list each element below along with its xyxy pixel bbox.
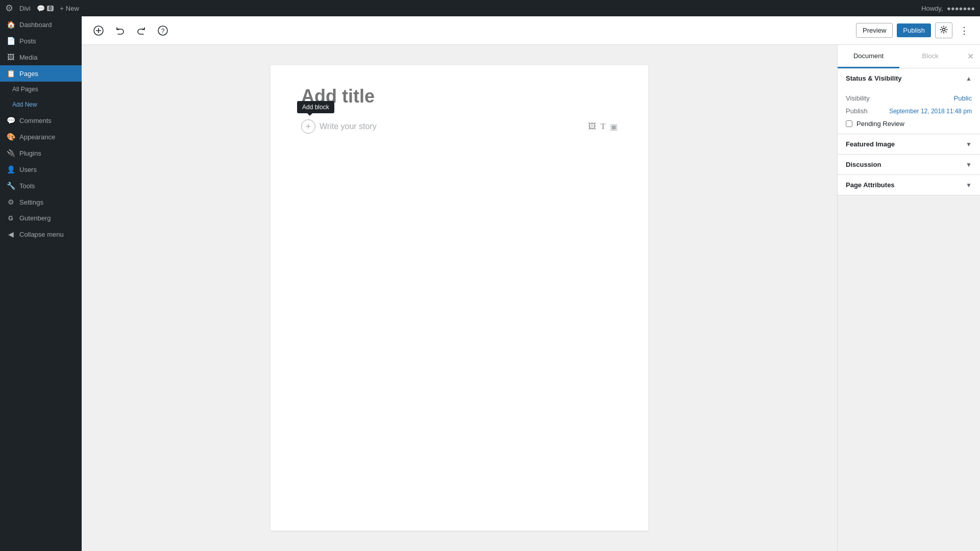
admin-bar: ⚙ Divi 💬 0 + New Howdy, ●●●●●●● — [0, 0, 980, 16]
chevron-down-icon-3: ▼ — [966, 182, 972, 189]
add-block-tooltip: Add block — [297, 101, 334, 113]
adminbar-comments[interactable]: 💬 0 — [37, 5, 54, 12]
help-button[interactable]: ? — [154, 22, 172, 39]
tab-block[interactable]: Block — [899, 45, 961, 68]
right-sidebar: Document Block ✕ Status & Visibility ▲ V… — [837, 45, 980, 551]
chevron-down-icon-2: ▼ — [966, 161, 972, 168]
visibility-value[interactable]: Public — [954, 94, 972, 102]
posts-icon: 📄 — [6, 37, 15, 45]
image-tool-icon[interactable]: 🖼 — [588, 122, 596, 132]
undo-button[interactable] — [111, 22, 129, 39]
editor-content-block: Add block + Write your story 🖼 T ▣ — [271, 65, 648, 531]
panel-discussion: Discussion ▼ — [838, 155, 980, 175]
chevron-down-icon: ▼ — [966, 141, 972, 148]
sidebar-item-all-pages[interactable]: All Pages — [0, 82, 82, 97]
add-block-inline-button[interactable]: + — [301, 119, 315, 134]
sidebar-item-pages[interactable]: 📋 Pages — [0, 65, 82, 82]
plus-icon: + — [60, 5, 64, 12]
sidebar-item-appearance[interactable]: 🎨 Appearance — [0, 129, 82, 145]
gutenberg-icon: G — [6, 215, 15, 222]
sidebar-close-button[interactable]: ✕ — [961, 47, 980, 65]
publish-row: Publish September 12, 2018 11:48 pm — [846, 107, 972, 115]
comments-icon: 💬 — [6, 116, 15, 124]
settings-button[interactable] — [935, 22, 952, 38]
panel-page-attributes-header[interactable]: Page Attributes ▼ — [838, 175, 980, 195]
svg-point-5 — [943, 29, 945, 31]
sidebar-item-plugins[interactable]: 🔌 Plugins — [0, 145, 82, 161]
chevron-up-icon: ▲ — [966, 75, 972, 82]
svg-text:?: ? — [161, 28, 165, 35]
plus-icon: + — [306, 121, 311, 132]
add-block-row: Add block + Write your story 🖼 T ▣ — [301, 119, 618, 134]
pending-review-checkbox[interactable] — [846, 120, 852, 127]
publish-button[interactable]: Publish — [897, 23, 931, 37]
redo-icon — [136, 26, 146, 36]
sidebar-item-collapse[interactable]: ◀ Collapse menu — [0, 226, 82, 242]
panel-status-visibility-header[interactable]: Status & Visibility ▲ — [838, 68, 980, 88]
panel-page-attributes: Page Attributes ▼ — [838, 175, 980, 195]
panel-featured-image: Featured Image ▼ — [838, 134, 980, 155]
embed-tool-icon[interactable]: ▣ — [610, 122, 618, 132]
collapse-icon: ◀ — [6, 230, 15, 238]
wp-logo-icon[interactable]: ⚙ — [5, 3, 13, 14]
pages-icon: 📋 — [6, 69, 15, 78]
sidebar-item-posts[interactable]: 📄 Posts — [0, 33, 82, 49]
plus-circle-icon — [93, 26, 104, 36]
pending-review-label: Pending Review — [856, 120, 904, 128]
visibility-row: Visibility Public — [846, 94, 972, 102]
text-tool-icon[interactable]: T — [600, 122, 606, 132]
media-icon: 🖼 — [6, 53, 15, 61]
appearance-icon: 🎨 — [6, 133, 15, 141]
help-icon: ? — [158, 26, 168, 36]
writing-area: Add block + Write your story 🖼 T ▣ — [82, 45, 837, 551]
editor-toolbar: ? Preview Publish ⋮ — [82, 16, 980, 45]
sidebar-item-tools[interactable]: 🔧 Tools — [0, 178, 82, 194]
panel-status-visibility: Status & Visibility ▲ Visibility Public … — [838, 68, 980, 134]
add-block-button[interactable] — [90, 22, 107, 39]
redo-button[interactable] — [133, 22, 150, 39]
adminbar-howdy: Howdy, ●●●●●●● — [921, 5, 975, 12]
undo-icon — [115, 26, 125, 36]
sidebar-item-settings[interactable]: ⚙ Settings — [0, 194, 82, 210]
dashboard-icon: 🏠 — [6, 20, 15, 29]
sidebar-tabs: Document Block ✕ — [838, 45, 980, 68]
comment-bubble-icon: 💬 — [37, 5, 45, 12]
sidebar-item-add-new[interactable]: Add New — [0, 97, 82, 112]
story-placeholder-text[interactable]: Write your story — [320, 120, 584, 133]
block-tools: 🖼 T ▣ — [588, 122, 618, 132]
post-title-input[interactable] — [301, 86, 618, 107]
more-options-button[interactable]: ⋮ — [957, 23, 972, 38]
panel-discussion-header[interactable]: Discussion ▼ — [838, 155, 980, 174]
sidebar-item-media[interactable]: 🖼 Media — [0, 49, 82, 65]
preview-button[interactable]: Preview — [856, 23, 893, 38]
admin-sidebar: 🏠 Dashboard 📄 Posts 🖼 Media 📋 Pages All … — [0, 16, 82, 551]
publish-date-value[interactable]: September 12, 2018 11:48 pm — [889, 108, 972, 115]
sidebar-item-comments[interactable]: 💬 Comments — [0, 112, 82, 129]
pending-review-row: Pending Review — [846, 120, 972, 128]
sidebar-item-gutenberg[interactable]: G Gutenberg — [0, 210, 82, 226]
sidebar-item-users[interactable]: 👤 Users — [0, 161, 82, 178]
settings-icon: ⚙ — [6, 198, 15, 206]
users-icon: 👤 — [6, 165, 15, 173]
tools-icon: 🔧 — [6, 182, 15, 190]
panel-status-visibility-content: Visibility Public Publish September 12, … — [838, 88, 980, 134]
adminbar-new[interactable]: + New — [60, 5, 79, 12]
sidebar-footer — [838, 195, 980, 551]
panel-featured-image-header[interactable]: Featured Image ▼ — [838, 134, 980, 154]
tab-document[interactable]: Document — [838, 45, 899, 68]
gear-icon — [940, 26, 948, 34]
adminbar-site-name[interactable]: Divi — [19, 5, 31, 12]
plugins-icon: 🔌 — [6, 149, 15, 157]
sidebar-item-dashboard[interactable]: 🏠 Dashboard — [0, 16, 82, 33]
